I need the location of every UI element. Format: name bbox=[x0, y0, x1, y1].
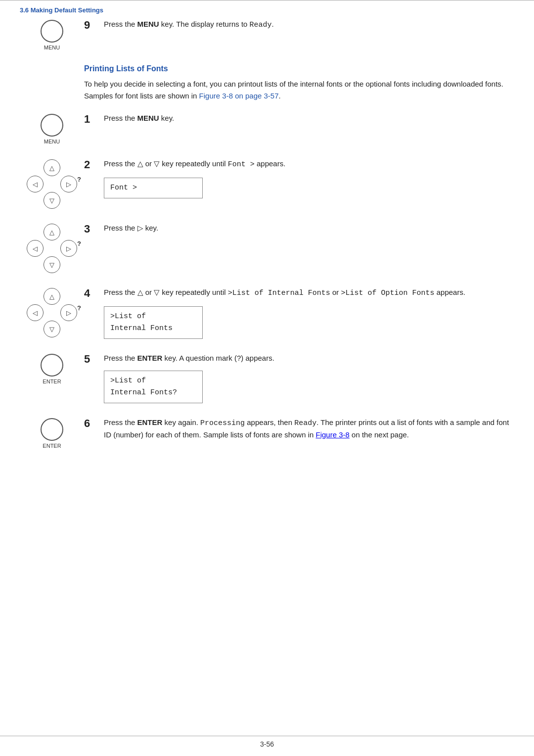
step-2-display: Font > bbox=[104, 178, 203, 198]
step-5-number: 5 bbox=[84, 353, 104, 366]
arrow-right-btn-3: ▷ bbox=[60, 240, 77, 257]
step-3-content: Press the ▷ key. bbox=[104, 223, 514, 238]
arrow-cluster-3: △ ◁ ▷ ▽ ? bbox=[25, 224, 79, 273]
step-6-text: Press the ENTER key again. Processing ap… bbox=[104, 417, 514, 440]
arrow-down-btn-2: ▽ bbox=[44, 192, 60, 209]
printing-lists-section: Printing Lists of Fonts To help you deci… bbox=[84, 64, 514, 102]
question-mark-3: ? bbox=[77, 240, 81, 247]
figure-3-8-link[interactable]: Figure 3-8 bbox=[316, 430, 350, 439]
enter-circle-btn-2 bbox=[41, 418, 63, 441]
question-mark-2: ? bbox=[77, 176, 81, 183]
arrow-cluster-2: △ ◁ ▷ ▽ ? bbox=[25, 159, 79, 209]
arrow-left-btn-4: ◁ bbox=[27, 304, 44, 321]
step-6-number: 6 bbox=[84, 417, 104, 430]
step-2-content: Press the △ or ▽ key repeatedly until Fo… bbox=[104, 158, 514, 198]
step-5-row: ENTER 5 Press the ENTER key. A question … bbox=[20, 353, 514, 404]
menu-circle-btn-2 bbox=[41, 114, 63, 137]
step-1-icon-col: MENU bbox=[20, 113, 84, 144]
top-rule bbox=[0, 0, 534, 0]
step-6-icon-col: ENTER bbox=[20, 417, 84, 449]
step-5-icon-col: ENTER bbox=[20, 353, 84, 384]
arrow-left-btn-3: ◁ bbox=[27, 240, 44, 257]
step-4-content: Press the △ or ▽ key repeatedly until >L… bbox=[104, 287, 514, 339]
menu-label: MENU bbox=[44, 45, 60, 50]
content-area: MENU 9 Press the MENU key. The display r… bbox=[0, 19, 534, 449]
enter-circle-btn bbox=[41, 354, 63, 377]
step-9-content: Press the MENU key. The display returns … bbox=[104, 19, 514, 35]
arrow-down-btn-4: ▽ bbox=[44, 321, 60, 337]
step-5-display: >List of Internal Fonts? bbox=[104, 371, 203, 403]
enter-icon: ENTER bbox=[41, 354, 63, 384]
menu-icon: MENU bbox=[41, 20, 63, 50]
step-2-text: Press the △ or ▽ key repeatedly until Fo… bbox=[104, 158, 514, 171]
step-5-content: Press the ENTER key. A question mark (?)… bbox=[104, 353, 514, 404]
step-4-row: △ ◁ ▷ ▽ ? 4 Press the △ or ▽ key repeate… bbox=[20, 287, 514, 339]
step-9-text: Press the MENU key. The display returns … bbox=[104, 19, 514, 31]
figure-link[interactable]: Figure 3-8 on page 3-57 bbox=[199, 92, 279, 100]
step-9-number: 9 bbox=[84, 19, 104, 32]
step-4-display: >List of Internal Fonts bbox=[104, 306, 203, 339]
step-9-key: MENU bbox=[137, 20, 159, 28]
page-number: 3-56 bbox=[260, 740, 274, 748]
arrow-cluster-4: △ ◁ ▷ ▽ ? bbox=[25, 288, 79, 337]
step-3-icon-col: △ ◁ ▷ ▽ ? bbox=[20, 223, 84, 273]
enter-icon-2: ENTER bbox=[41, 418, 63, 449]
menu-icon-2: MENU bbox=[41, 114, 63, 144]
step-6-content: Press the ENTER key again. Processing ap… bbox=[104, 417, 514, 444]
step-2-number: 2 bbox=[84, 158, 104, 171]
step-3-row: △ ◁ ▷ ▽ ? 3 Press the ▷ key. bbox=[20, 223, 514, 273]
step-3-number: 3 bbox=[84, 223, 104, 236]
step-1-key: MENU bbox=[137, 114, 159, 122]
step-2-row: △ ◁ ▷ ▽ ? 2 Press the △ or ▽ key repeate… bbox=[20, 158, 514, 209]
arrow-up-btn-3: △ bbox=[44, 224, 60, 240]
step-3-text: Press the ▷ key. bbox=[104, 223, 514, 234]
step-5-text: Press the ENTER key. A question mark (?)… bbox=[104, 353, 514, 364]
bottom-rule bbox=[0, 736, 534, 736]
menu-circle-btn bbox=[41, 20, 63, 43]
step-9-icon-col: MENU bbox=[20, 19, 84, 50]
printing-lists-intro: To help you decide in selecting a font, … bbox=[84, 78, 514, 102]
arrow-right-btn-2: ▷ bbox=[60, 176, 77, 192]
arrow-left-btn-2: ◁ bbox=[27, 176, 44, 192]
arrow-right-btn-4: ▷ bbox=[60, 304, 77, 321]
menu-label-2: MENU bbox=[44, 139, 60, 144]
arrow-down-btn-3: ▽ bbox=[44, 256, 60, 273]
enter-label-2: ENTER bbox=[43, 443, 61, 449]
step-6-row: ENTER 6 Press the ENTER key again. Proce… bbox=[20, 417, 514, 449]
step-1-number: 1 bbox=[84, 113, 104, 126]
step-2-icon-col: △ ◁ ▷ ▽ ? bbox=[20, 158, 84, 209]
page-container: 3.6 Making Default Settings MENU 9 Press… bbox=[0, 0, 534, 756]
step-1-content: Press the MENU key. bbox=[104, 113, 514, 128]
step-4-text: Press the △ or ▽ key repeatedly until >L… bbox=[104, 287, 514, 299]
step-1-row: MENU 1 Press the MENU key. bbox=[20, 113, 514, 144]
question-mark-4: ? bbox=[77, 304, 81, 312]
step-4-icon-col: △ ◁ ▷ ▽ ? bbox=[20, 287, 84, 337]
arrow-up-btn-4: △ bbox=[44, 288, 60, 305]
step-1-text: Press the MENU key. bbox=[104, 113, 514, 124]
step-9-row: MENU 9 Press the MENU key. The display r… bbox=[20, 19, 514, 50]
arrow-up-btn-2: △ bbox=[44, 159, 60, 176]
section-header: 3.6 Making Default Settings bbox=[0, 3, 534, 19]
step-4-number: 4 bbox=[84, 287, 104, 300]
enter-label: ENTER bbox=[43, 378, 61, 384]
printing-lists-title: Printing Lists of Fonts bbox=[84, 64, 514, 73]
